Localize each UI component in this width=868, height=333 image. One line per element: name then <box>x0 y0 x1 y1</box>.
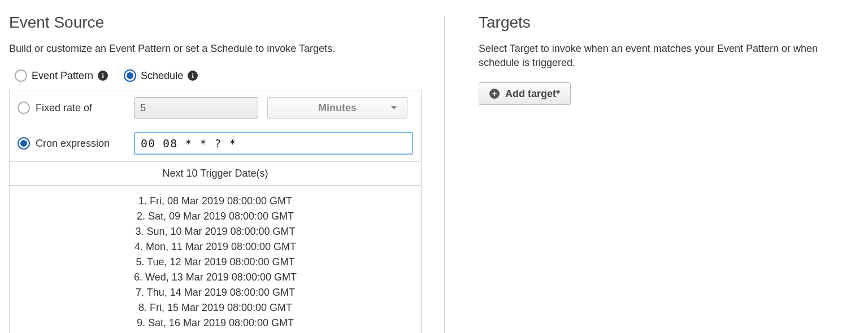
fixed-rate-unit-select[interactable]: Minutes <box>267 97 407 119</box>
list-item: Sun, 17 Mar 2019 08:00:00 GMT <box>10 331 421 333</box>
source-type-radio-group: Event Pattern i Schedule i <box>9 68 422 90</box>
targets-section: Targets Select Target to invoke when an … <box>445 9 859 105</box>
radio-label: Event Pattern <box>32 70 93 82</box>
list-item: Fri, 15 Mar 2019 08:00:00 GMT <box>10 300 421 316</box>
event-source-section: Event Source Build or customize an Event… <box>9 9 444 333</box>
radio-icon <box>124 69 136 82</box>
list-item: Thu, 14 Mar 2019 08:00:00 GMT <box>10 285 421 300</box>
radio-label: Schedule <box>141 70 183 82</box>
next-triggers-heading: Next 10 Trigger Date(s) <box>10 161 421 185</box>
list-item: Tue, 12 Mar 2019 08:00:00 GMT <box>10 255 421 270</box>
list-item: Mon, 11 Mar 2019 08:00:00 GMT <box>10 239 421 255</box>
select-value: Minutes <box>318 102 357 114</box>
cron-label: Cron expression <box>36 138 110 150</box>
chevron-down-icon <box>391 106 397 109</box>
info-icon[interactable]: i <box>188 71 198 81</box>
info-icon[interactable]: i <box>98 71 108 81</box>
button-label: Add target* <box>505 88 560 100</box>
targets-title: Targets <box>479 14 859 32</box>
list-item: Sat, 09 Mar 2019 08:00:00 GMT <box>10 209 421 224</box>
add-target-button[interactable]: + Add target* <box>479 82 571 105</box>
radio-event-pattern[interactable]: Event Pattern i <box>15 69 108 82</box>
event-source-title: Event Source <box>9 14 422 32</box>
next-triggers-list: Fri, 08 Mar 2019 08:00:00 GMT Sat, 09 Ma… <box>10 185 421 333</box>
radio-icon <box>15 69 27 82</box>
fixed-rate-label: Fixed rate of <box>36 102 92 114</box>
plus-circle-icon: + <box>489 89 500 99</box>
cron-row: Cron expression <box>10 125 421 161</box>
cron-expression-input[interactable] <box>134 132 413 155</box>
schedule-panel: Fixed rate of Minutes Cron expression Ne… <box>9 90 422 333</box>
fixed-rate-value-input[interactable] <box>134 97 258 119</box>
list-item: Sun, 10 Mar 2019 08:00:00 GMT <box>10 224 421 239</box>
targets-desc: Select Target to invoke when an event ma… <box>479 42 859 70</box>
event-source-desc: Build or customize an Event Pattern or s… <box>9 42 422 56</box>
fixed-rate-row: Fixed rate of Minutes <box>10 90 421 125</box>
list-item: Sat, 16 Mar 2019 08:00:00 GMT <box>10 316 421 331</box>
radio-cron[interactable] <box>18 137 30 150</box>
list-item: Fri, 08 Mar 2019 08:00:00 GMT <box>10 194 421 209</box>
radio-fixed-rate[interactable] <box>18 102 30 114</box>
list-item: Wed, 13 Mar 2019 08:00:00 GMT <box>10 270 421 285</box>
radio-schedule[interactable]: Schedule i <box>124 69 198 82</box>
